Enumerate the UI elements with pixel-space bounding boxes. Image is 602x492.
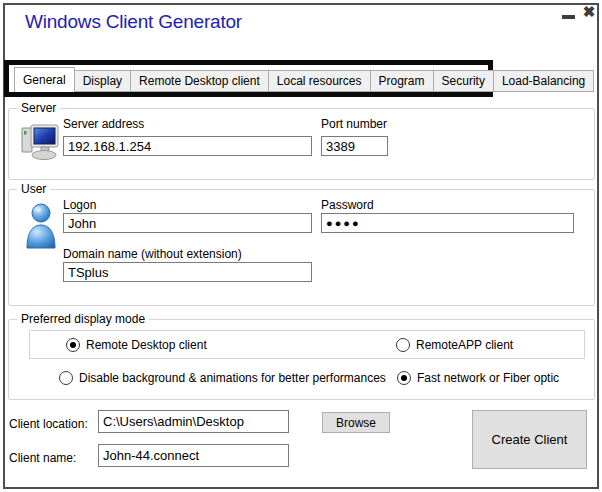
tab-security[interactable]: Security (434, 70, 494, 91)
display-mode-group-title: Preferred display mode (17, 312, 149, 326)
display-mode-panel: Remote Desktop client RemoteAPP client (29, 330, 585, 359)
domain-label: Domain name (without extension) (63, 247, 242, 261)
client-name-input[interactable] (98, 444, 289, 467)
server-address-label: Server address (63, 117, 144, 131)
page-title: Windows Client Generator (25, 11, 242, 33)
user-icon (21, 202, 61, 254)
user-group: User Logon Password Domain name (without… (8, 189, 595, 306)
computer-icon (19, 121, 61, 167)
logon-input[interactable] (63, 213, 312, 233)
display-mode-group: Preferred display mode Remote Desktop cl… (8, 319, 595, 400)
create-client-button[interactable]: Create Client (472, 410, 587, 469)
radio-label: Remote Desktop client (86, 338, 207, 352)
tab-remote-desktop-client[interactable]: Remote Desktop client (131, 70, 269, 91)
client-generator-window: Windows Client Generator ✖ General Displ… (0, 0, 602, 492)
server-group: Server Server address Port number (8, 108, 595, 180)
radio-remote-desktop-client[interactable]: Remote Desktop client (66, 338, 207, 352)
tab-local-resources[interactable]: Local resources (269, 70, 371, 91)
radio-button-icon (66, 338, 80, 352)
port-number-input[interactable] (321, 136, 388, 156)
client-location-label: Client location: (9, 417, 88, 431)
radio-remoteapp-client[interactable]: RemoteAPP client (396, 338, 513, 352)
radio-label: Fast network or Fiber optic (417, 371, 559, 385)
radio-fast-network[interactable]: Fast network or Fiber optic (397, 371, 559, 385)
logon-label: Logon (63, 198, 96, 212)
tab-load-balancing[interactable]: Load-Balancing (494, 70, 594, 91)
server-address-input[interactable] (63, 136, 312, 156)
radio-disable-background[interactable]: Disable background & animations for bett… (59, 371, 386, 385)
tab-strip-highlight: General Display Remote Desktop client Lo… (4, 60, 493, 97)
password-input[interactable] (321, 213, 574, 233)
client-location-input[interactable] (98, 410, 289, 433)
server-group-title: Server (17, 101, 60, 115)
radio-label: Disable background & animations for bett… (79, 371, 386, 385)
password-label: Password (321, 198, 374, 212)
client-name-label: Client name: (9, 451, 76, 465)
radio-label: RemoteAPP client (416, 338, 513, 352)
minimize-icon[interactable] (562, 15, 575, 19)
close-icon[interactable]: ✖ (579, 2, 599, 22)
radio-button-icon (396, 338, 410, 352)
radio-button-icon (397, 371, 411, 385)
tab-program[interactable]: Program (371, 70, 434, 91)
tab-display[interactable]: Display (75, 70, 131, 91)
browse-button[interactable]: Browse (322, 412, 390, 433)
radio-button-icon (59, 371, 73, 385)
tab-general[interactable]: General (14, 67, 75, 92)
domain-input[interactable] (63, 262, 312, 282)
port-number-label: Port number (321, 117, 387, 131)
tab-strip: General Display Remote Desktop client Lo… (14, 67, 594, 92)
user-group-title: User (17, 182, 50, 196)
